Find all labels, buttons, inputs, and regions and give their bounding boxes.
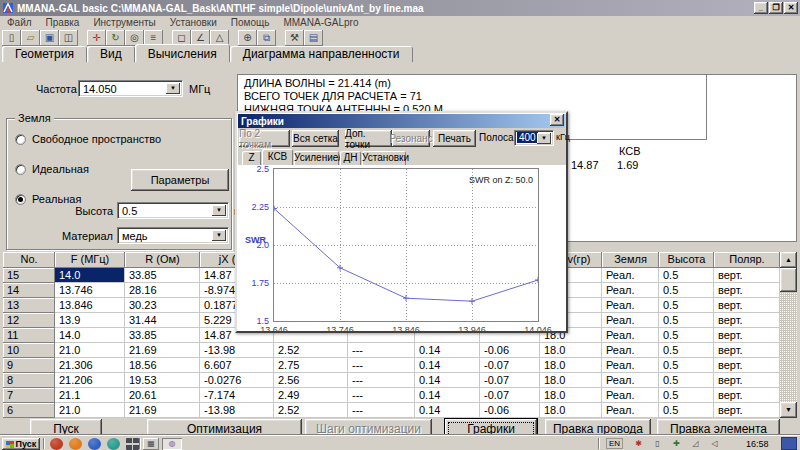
table-cell[interactable]: 0.5 [659, 388, 714, 403]
table-cell[interactable]: Реал. [602, 358, 659, 373]
ground-option-идеальная[interactable]: Идеальная [15, 162, 89, 176]
column-header-f-мгц[interactable]: F (МГц) [55, 252, 125, 268]
table-cell[interactable]: Реал. [602, 403, 659, 418]
table-cell[interactable]: верт. [714, 283, 780, 298]
graph-tab-установки[interactable]: Установки [362, 151, 406, 165]
network-icon[interactable]: ✚ [670, 438, 683, 449]
table-cell[interactable]: 19.53 [125, 373, 200, 388]
table-cell[interactable]: 21.0 [55, 403, 125, 418]
restore-button[interactable]: ❐ [769, 2, 783, 14]
start-button[interactable]: Пуск [2, 438, 40, 450]
table-cell[interactable]: -7.174 [200, 388, 274, 403]
table-cell[interactable]: Реал. [602, 373, 659, 388]
scroll-down-icon[interactable]: ▼ [780, 402, 797, 418]
row-header[interactable]: 10 [3, 343, 55, 358]
table-cell[interactable]: --- [348, 358, 415, 373]
table-cell[interactable]: верт. [714, 298, 780, 313]
table-cell[interactable]: Реал. [602, 328, 659, 343]
task-button[interactable]: ▦ [143, 438, 159, 450]
table-cell[interactable]: 0.14 [415, 358, 480, 373]
доп-точки-button[interactable]: Доп. точки [345, 130, 392, 147]
table-cell[interactable]: -0.07 [480, 358, 540, 373]
tab-диаграмма-направленности[interactable]: Диаграмма направленности [230, 46, 413, 62]
menu-установки[interactable]: Установки [163, 17, 224, 28]
table-cell[interactable]: 0.5 [659, 343, 714, 358]
ground-option-свободное-пространство[interactable]: Свободное пространство [15, 132, 161, 146]
table-cell[interactable]: 0.5 [659, 268, 714, 283]
table-cell[interactable]: 0.14 [415, 388, 480, 403]
table-cell[interactable]: 14.0 [55, 268, 125, 283]
graph-tab-ксв[interactable]: КСВ [262, 149, 293, 165]
table-cell[interactable]: 33.85 [125, 328, 200, 343]
table-cell[interactable]: 0.5 [659, 403, 714, 418]
graph-tab-усиление-fb[interactable]: Усиление/FB [294, 151, 339, 165]
menu-mmana-galpro[interactable]: MMANA-GALpro [276, 17, 365, 28]
table-cell[interactable]: Реал. [602, 343, 659, 358]
table-cell[interactable]: 28.16 [125, 283, 200, 298]
column-header-поляр[interactable]: Поляр. [714, 252, 780, 268]
radio-icon[interactable] [15, 164, 26, 175]
task-button[interactable]: ◍ [162, 438, 182, 450]
table-cell[interactable]: -13.98 [200, 343, 274, 358]
row-header[interactable]: 7 [3, 388, 55, 403]
row-header[interactable]: 9 [3, 358, 55, 373]
volume-icon[interactable]: ◁ [708, 438, 721, 449]
row-header[interactable]: 15 [3, 268, 55, 283]
table-cell[interactable]: 13.846 [55, 298, 125, 313]
table-cell[interactable]: 18.0 [540, 358, 602, 373]
frequency-combobox[interactable]: 14.050 ▼ [78, 80, 183, 97]
radio-icon[interactable] [15, 194, 26, 205]
table-cell[interactable]: -0.07 [480, 388, 540, 403]
table-cell[interactable]: 2.52 [274, 403, 348, 418]
band-combobox[interactable]: 400 ▼ [514, 130, 554, 146]
table-cell[interactable]: 18.0 [540, 343, 602, 358]
menu-инструменты[interactable]: Инструменты [86, 17, 162, 28]
row-header[interactable]: 8 [3, 373, 55, 388]
table-cell[interactable]: 0.5 [659, 298, 714, 313]
menu-помощь[interactable]: Помощь [224, 17, 277, 28]
scrollbar-thumb[interactable] [780, 268, 797, 292]
вся-сетка-button[interactable]: Вся сетка [292, 130, 339, 147]
table-cell[interactable]: 18.0 [540, 403, 602, 418]
table-cell[interactable]: 0.14 [415, 403, 480, 418]
table-cell[interactable]: 21.69 [125, 403, 200, 418]
table-cell[interactable]: верт. [714, 313, 780, 328]
menu-правка[interactable]: Правка [39, 17, 87, 28]
app-grid-icon[interactable] [126, 438, 139, 450]
material-combobox[interactable]: медь ▼ [117, 227, 229, 244]
table-cell[interactable]: верт. [714, 268, 780, 283]
table-cell[interactable]: 14.0 [55, 328, 125, 343]
row-header[interactable]: 11 [3, 328, 55, 343]
table-cell[interactable]: 21.69 [125, 343, 200, 358]
table-cell[interactable]: 0.5 [659, 313, 714, 328]
table-cell[interactable]: 0.5 [659, 328, 714, 343]
table-cell[interactable]: 13.9 [55, 313, 125, 328]
graph-icon[interactable]: ◿ [689, 438, 702, 449]
chevron-down-icon[interactable]: ▼ [537, 133, 551, 144]
table-cell[interactable]: верт. [714, 388, 780, 403]
table-cell[interactable]: --- [348, 373, 415, 388]
table-cell[interactable]: Реал. [602, 313, 659, 328]
table-cell[interactable]: 18.0 [540, 388, 602, 403]
column-header-земля[interactable]: Земля [602, 252, 659, 268]
ground-option-реальная[interactable]: Реальная [15, 192, 81, 206]
column-header-no[interactable]: No. [3, 252, 55, 268]
graph-tab-z[interactable]: Z [242, 151, 261, 165]
table-cell[interactable]: Реал. [602, 268, 659, 283]
table-cell[interactable]: 20.61 [125, 388, 200, 403]
browser-red-icon[interactable] [50, 438, 63, 450]
table-cell[interactable]: 30.23 [125, 298, 200, 313]
table-cell[interactable]: верт. [714, 373, 780, 388]
row-header[interactable]: 14 [3, 283, 55, 298]
table-cell[interactable]: 13.746 [55, 283, 125, 298]
ground-params-button[interactable]: Параметры [131, 169, 229, 191]
tab-геометрия[interactable]: Геометрия [2, 46, 87, 62]
table-cell[interactable]: 2.75 [274, 358, 348, 373]
table-cell[interactable]: -0.06 [480, 343, 540, 358]
row-header[interactable]: 6 [3, 403, 55, 418]
table-cell[interactable]: верт. [714, 403, 780, 418]
table-scrollbar[interactable]: ▲ ▼ [780, 252, 797, 418]
graph-tab-дн[interactable]: ДН [340, 151, 361, 165]
column-header-r-ом[interactable]: R (Ом) [125, 252, 200, 268]
table-cell[interactable]: Реал. [602, 283, 659, 298]
